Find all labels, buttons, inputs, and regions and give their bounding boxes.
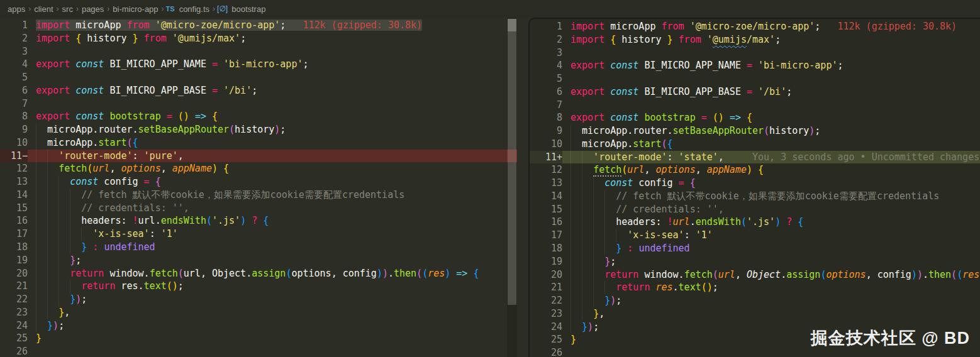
code-line-modified-1[interactable]: 1import microApp from '@micro-zoe/micro-…: [530, 20, 980, 33]
line-number[interactable]: 26: [0, 345, 28, 357]
line-number[interactable]: 5: [530, 72, 562, 85]
line-number[interactable]: 14: [0, 189, 28, 202]
line-number[interactable]: 15: [530, 203, 562, 216]
code-line-original-2[interactable]: 2import { history } from '@umijs/max';: [0, 32, 507, 45]
line-number[interactable]: 5: [0, 71, 28, 84]
code-line-original-21[interactable]: 21 return res.text();: [0, 280, 507, 293]
line-number[interactable]: 6: [530, 85, 562, 99]
code-line-original-3[interactable]: 3: [0, 45, 507, 58]
code-line-original-6[interactable]: 6export const BI_MICRO_APP_BASE = '/bi';: [0, 84, 507, 97]
line-number[interactable]: 4: [0, 58, 28, 71]
code-line-modified-22[interactable]: 22 });: [530, 294, 980, 307]
line-number[interactable]: 3: [0, 45, 28, 58]
line-number[interactable]: 16: [530, 216, 562, 229]
code-line-modified-17[interactable]: 17 'x-is-sea': '1': [530, 229, 980, 242]
line-number[interactable]: 1: [0, 19, 28, 32]
code-line-original-9[interactable]: 9 microApp.router.setBaseAppRouter(histo…: [0, 123, 507, 136]
line-number[interactable]: 25: [530, 333, 562, 346]
line-number[interactable]: 14: [530, 190, 562, 203]
line-number[interactable]: 3: [530, 47, 562, 60]
line-number[interactable]: 2: [530, 33, 562, 47]
code-line-original-17[interactable]: 17 'x-is-sea': '1': [0, 228, 507, 241]
line-number[interactable]: 4: [530, 59, 562, 72]
breadcrumb-item-apps[interactable]: apps: [8, 4, 25, 14]
code-line-original-16[interactable]: 16 headers: !url.endsWith('.js') ? {: [0, 214, 507, 228]
code-line-modified-19[interactable]: 19 };: [530, 255, 980, 268]
code-line-modified-12[interactable]: 12 fetch(url, options, appName) {: [530, 163, 980, 177]
line-number[interactable]: 23: [0, 306, 28, 319]
line-number[interactable]: 23: [530, 307, 562, 321]
line-number[interactable]: 11−: [0, 150, 28, 163]
line-number[interactable]: 20: [0, 267, 28, 280]
code-line-original-11[interactable]: 11− 'router-mode': 'pure',: [0, 150, 507, 163]
line-number[interactable]: 13: [530, 177, 562, 190]
code-line-modified-11[interactable]: 11+ 'router-mode': 'state',You, 3 second…: [530, 151, 980, 164]
code-line-modified-8[interactable]: 8export const bootstrap = () => {: [530, 111, 980, 124]
code-line-modified-7[interactable]: 7: [530, 99, 980, 112]
code-line-modified-18[interactable]: 18 } : undefined: [530, 242, 980, 255]
scrollbar-thumb[interactable]: [508, 19, 516, 305]
code-line-modified-5[interactable]: 5: [530, 72, 980, 85]
line-number[interactable]: 13: [0, 175, 28, 189]
line-number[interactable]: 11+: [530, 151, 562, 164]
breadcrumb-item-bi-micro-app[interactable]: bi-micro-app: [113, 4, 158, 14]
code-line-original-23[interactable]: 23 },: [0, 306, 507, 319]
code-line-original-7[interactable]: 7: [0, 97, 507, 111]
code-line-modified-4[interactable]: 4export const BI_MICRO_APP_NAME = 'bi-mi…: [530, 59, 980, 72]
line-number[interactable]: 9: [0, 123, 28, 136]
line-number[interactable]: 19: [0, 254, 28, 267]
code-line-original-18[interactable]: 18 } : undefined: [0, 241, 507, 254]
code-line-modified-23[interactable]: 23 },: [530, 307, 980, 321]
code-line-modified-14[interactable]: 14 // fetch 默认不带cookie，如果需要添加cookie需要配置c…: [530, 190, 980, 203]
code-line-modified-6[interactable]: 6export const BI_MICRO_APP_BASE = '/bi';: [530, 85, 980, 99]
code-line-original-25[interactable]: 25}: [0, 332, 507, 345]
code-line-original-20[interactable]: 20 return window.fetch(url, Object.assig…: [0, 267, 507, 280]
line-number[interactable]: 19: [530, 255, 562, 268]
code-line-modified-9[interactable]: 9 microApp.router.setBaseAppRouter(histo…: [530, 124, 980, 138]
code-line-modified-16[interactable]: 16 headers: !url.endsWith('.js') ? {: [530, 216, 980, 229]
code-line-original-15[interactable]: 15 // credentials: '',: [0, 202, 507, 215]
line-number[interactable]: 10: [530, 138, 562, 151]
breadcrumb-item-bootstrap[interactable]: bootstrap: [231, 4, 265, 14]
code-line-original-5[interactable]: 5: [0, 71, 507, 84]
line-number[interactable]: 22: [0, 293, 28, 306]
code-line-original-8[interactable]: 8export const bootstrap = () => {: [0, 110, 507, 123]
line-number[interactable]: 25: [0, 332, 28, 345]
line-number[interactable]: 22: [530, 294, 562, 307]
line-number[interactable]: 21: [530, 281, 562, 294]
code-line-modified-3[interactable]: 3: [530, 47, 980, 60]
code-line-original-19[interactable]: 19 };: [0, 254, 507, 267]
code-line-original-22[interactable]: 22 });: [0, 293, 507, 306]
line-number[interactable]: 6: [0, 84, 28, 97]
code-line-modified-15[interactable]: 15 // credentials: '',: [530, 203, 980, 216]
code-line-modified-21[interactable]: 21 return res.text();: [530, 281, 980, 294]
line-number[interactable]: 18: [530, 242, 562, 255]
code-line-original-13[interactable]: 13 const config = {: [0, 175, 507, 189]
line-number[interactable]: 24: [0, 319, 28, 332]
line-number[interactable]: 7: [0, 97, 28, 111]
line-number[interactable]: 2: [0, 32, 28, 45]
line-number[interactable]: 12: [0, 162, 28, 175]
line-number[interactable]: 16: [0, 214, 28, 228]
code-line-original-12[interactable]: 12 fetch(url, options, appName) {: [0, 162, 507, 175]
line-number[interactable]: 17: [530, 229, 562, 242]
line-number[interactable]: 17: [0, 228, 28, 241]
code-line-original-1[interactable]: 1import microApp from '@micro-zoe/micro-…: [0, 19, 507, 32]
code-line-original-24[interactable]: 24 });: [0, 319, 507, 332]
line-number[interactable]: 8: [0, 110, 28, 123]
line-number[interactable]: 7: [530, 99, 562, 112]
line-number[interactable]: 21: [0, 280, 28, 293]
breadcrumb-item-client[interactable]: client: [34, 4, 53, 14]
line-number[interactable]: 18: [0, 241, 28, 254]
code-line-original-26[interactable]: 26: [0, 345, 507, 357]
line-number[interactable]: 10: [0, 136, 28, 150]
line-number[interactable]: 9: [530, 124, 562, 138]
line-number[interactable]: 26: [530, 346, 562, 357]
line-number[interactable]: 15: [0, 202, 28, 215]
line-number[interactable]: 20: [530, 268, 562, 282]
line-number[interactable]: 8: [530, 111, 562, 124]
line-number[interactable]: 1: [530, 20, 562, 33]
breadcrumb-item-pages[interactable]: pages: [82, 4, 104, 14]
code-line-modified-13[interactable]: 13 const config = {: [530, 177, 980, 190]
line-number[interactable]: 24: [530, 321, 562, 334]
